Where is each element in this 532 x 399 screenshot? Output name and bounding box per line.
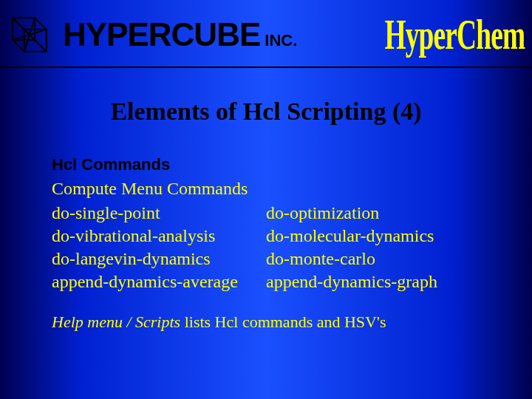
svg-line-3 xyxy=(35,18,47,30)
command-cell: append-dynamics-average xyxy=(52,272,266,292)
svg-line-9 xyxy=(24,30,35,40)
footnote-rest: lists Hcl commands and HSV's xyxy=(180,313,386,331)
svg-line-4 xyxy=(13,40,24,52)
company-suffix: INC. xyxy=(265,31,297,50)
command-cell: do-monte-carlo xyxy=(266,249,480,269)
command-row: do-vibrational-analysis do-molecular-dyn… xyxy=(52,226,480,246)
subheading: Compute Menu Commands xyxy=(52,179,480,199)
command-cell: do-langevin-dynamics xyxy=(52,249,266,269)
command-cell: do-optimization xyxy=(266,203,480,223)
command-cell: do-single-point xyxy=(52,203,266,223)
product-name: HyperChem xyxy=(384,10,525,59)
command-row: append-dynamics-average append-dynamics-… xyxy=(52,272,480,292)
command-cell: do-molecular-dynamics xyxy=(266,226,480,246)
section-heading: Hcl Commands xyxy=(52,155,480,174)
footnote-italic: Help menu / Scripts xyxy=(52,313,180,331)
footnote: Help menu / Scripts lists Hcl commands a… xyxy=(52,313,480,332)
header-bar: HYPERCUBE INC. HyperChem xyxy=(0,0,532,68)
slide-title: Elements of Hcl Scripting (4) xyxy=(0,98,532,126)
hypercube-logo-icon xyxy=(7,13,52,57)
company-name: HYPERCUBE xyxy=(63,16,260,53)
content-area: Hcl Commands Compute Menu Commands do-si… xyxy=(0,126,532,332)
command-cell: append-dynamics-graph xyxy=(266,272,480,292)
command-cell: do-vibrational-analysis xyxy=(52,226,266,246)
command-row: do-single-point do-optimization xyxy=(52,203,480,223)
command-row: do-langevin-dynamics do-monte-carlo xyxy=(52,249,480,269)
